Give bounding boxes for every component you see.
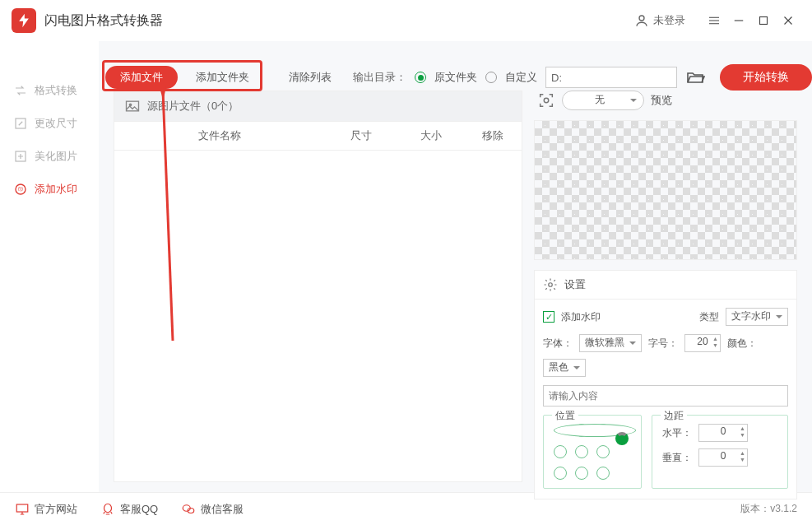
titlebar: 闪电图片格式转换器 未登录 xyxy=(0,0,812,41)
out-custom-radio[interactable] xyxy=(485,72,497,83)
svg-point-9 xyxy=(549,283,553,287)
settings-title: 设置 xyxy=(564,277,586,292)
file-table-head: 文件名称 尺寸 大小 移除 xyxy=(114,122,522,151)
menu-button[interactable] xyxy=(702,8,726,33)
preview-label: 预览 xyxy=(651,93,672,108)
start-convert-button[interactable]: 开始转换 xyxy=(720,64,812,91)
h-margin-stepper[interactable]: 0▲▼ xyxy=(698,424,748,442)
output-label: 输出目录： xyxy=(353,70,406,85)
image-icon xyxy=(124,98,141,114)
color-label: 颜色： xyxy=(727,337,757,351)
file-panel-header: 源图片文件（0个） xyxy=(114,91,522,122)
swap-icon xyxy=(13,83,28,98)
gear-icon xyxy=(543,277,558,292)
pos-bc[interactable] xyxy=(575,467,588,480)
svg-point-12 xyxy=(104,504,112,513)
qq-support-link[interactable]: 客服QQ xyxy=(100,502,158,517)
watermark-label: 添加水印 xyxy=(561,310,601,324)
type-select[interactable]: 文字水印 xyxy=(726,308,788,326)
maximize-button[interactable] xyxy=(751,8,776,33)
official-site-link[interactable]: 官方网站 xyxy=(15,502,77,517)
file-table-body xyxy=(114,151,522,481)
sidebar: 格式转换 更改尺寸 美化图片 印 添加水印 xyxy=(0,41,99,492)
pos-mc[interactable] xyxy=(575,445,588,458)
add-folder-button[interactable]: 添加文件夹 xyxy=(184,66,261,89)
sidebar-item-format[interactable]: 格式转换 xyxy=(0,74,99,107)
add-file-button[interactable]: 添加文件 xyxy=(105,66,178,89)
svg-point-0 xyxy=(639,16,644,21)
pos-br[interactable] xyxy=(596,467,610,480)
sidebar-item-beautify[interactable]: 美化图片 xyxy=(0,140,99,173)
sidebar-item-label: 更改尺寸 xyxy=(35,116,77,131)
sidebar-item-label: 添加水印 xyxy=(35,182,77,197)
resize-icon xyxy=(13,116,28,131)
minimize-button[interactable] xyxy=(726,8,751,33)
settings-panel: 设置 添加水印 类型 文字水印 字体： 微软雅黑 字号： 20▲▼ xyxy=(534,270,797,499)
file-panel-title: 源图片文件（0个） xyxy=(147,99,239,114)
type-label: 类型 xyxy=(699,310,719,324)
font-select[interactable]: 微软雅黑 xyxy=(579,334,642,352)
svg-rect-11 xyxy=(16,504,28,512)
watermark-text-input[interactable] xyxy=(543,385,788,407)
sparkle-icon xyxy=(13,149,28,164)
close-button[interactable] xyxy=(776,8,800,33)
sidebar-item-label: 美化图片 xyxy=(35,149,77,164)
preview-bar: 无 预览 xyxy=(534,91,797,110)
col-name: 文件名称 xyxy=(114,122,324,150)
watermark-checkbox[interactable] xyxy=(543,311,554,323)
h-margin-label: 水平： xyxy=(662,426,692,440)
scan-icon xyxy=(537,91,555,109)
col-remove: 移除 xyxy=(464,122,522,150)
out-src-label: 原文件夹 xyxy=(434,70,477,85)
login-button[interactable]: 未登录 xyxy=(634,13,685,28)
sidebar-item-watermark[interactable]: 印 添加水印 xyxy=(0,173,99,206)
out-custom-label: 自定义 xyxy=(505,70,537,85)
margin-legend: 边距 xyxy=(661,409,687,423)
folder-open-icon xyxy=(685,67,705,87)
preview-canvas xyxy=(534,120,797,260)
position-grid xyxy=(554,424,631,481)
sidebar-item-label: 格式转换 xyxy=(35,83,77,98)
wechat-icon xyxy=(181,502,196,517)
right-panel: 无 预览 设置 添加水印 类型 文字水印 xyxy=(534,91,797,482)
v-margin-stepper[interactable]: 0▲▼ xyxy=(698,448,748,467)
position-legend: 位置 xyxy=(552,409,578,423)
output-path-input[interactable] xyxy=(545,67,677,88)
color-select[interactable]: 黑色 xyxy=(543,359,586,377)
col-size: 尺寸 xyxy=(324,122,398,150)
v-margin-label: 垂直： xyxy=(662,451,692,465)
qq-icon xyxy=(100,502,115,517)
preview-select[interactable]: 无 xyxy=(562,91,644,110)
browse-folder-button[interactable] xyxy=(685,69,705,86)
clear-list-button[interactable]: 清除列表 xyxy=(277,66,343,89)
version-label: 版本：v3.1.2 xyxy=(740,502,797,516)
out-src-radio[interactable] xyxy=(415,72,426,83)
pos-mr[interactable] xyxy=(596,445,610,458)
size-label: 字号： xyxy=(648,337,678,351)
pos-bl[interactable] xyxy=(554,467,567,480)
pos-tl[interactable] xyxy=(554,424,636,437)
settings-header: 设置 xyxy=(535,271,796,300)
file-panel: 源图片文件（0个） 文件名称 尺寸 大小 移除 xyxy=(114,91,522,482)
svg-text:印: 印 xyxy=(18,187,23,192)
pos-ml[interactable] xyxy=(554,445,567,458)
sidebar-item-resize[interactable]: 更改尺寸 xyxy=(0,107,99,140)
login-label: 未登录 xyxy=(653,13,685,28)
app-title: 闪电图片格式转换器 xyxy=(44,12,163,30)
stamp-icon: 印 xyxy=(13,182,28,197)
monitor-icon xyxy=(15,502,30,517)
toolbar: 添加文件 添加文件夹 清除列表 输出目录： 原文件夹 自定义 开始转换 xyxy=(105,64,812,91)
svg-point-8 xyxy=(544,98,549,103)
svg-rect-1 xyxy=(760,17,768,25)
size-stepper[interactable]: 20▲▼ xyxy=(684,334,721,352)
main-area: 源图片文件（0个） 文件名称 尺寸 大小 移除 无 预览 设置 xyxy=(99,41,812,492)
font-label: 字体： xyxy=(543,337,573,351)
app-logo xyxy=(12,8,36,33)
wechat-support-link[interactable]: 微信客服 xyxy=(181,502,244,517)
col-bytes: 大小 xyxy=(398,122,464,150)
